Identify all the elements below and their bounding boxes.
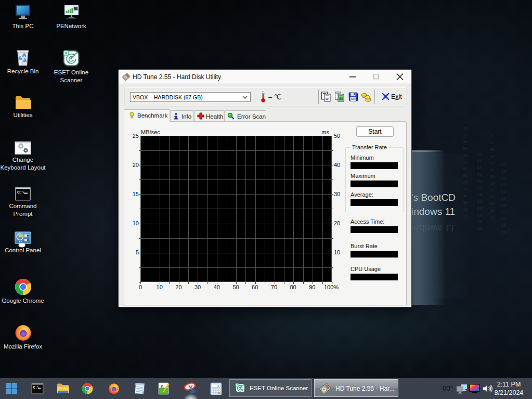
svg-text:C:\: C:\ — [17, 190, 25, 195]
svg-text:0: 0 — [218, 384, 219, 388]
